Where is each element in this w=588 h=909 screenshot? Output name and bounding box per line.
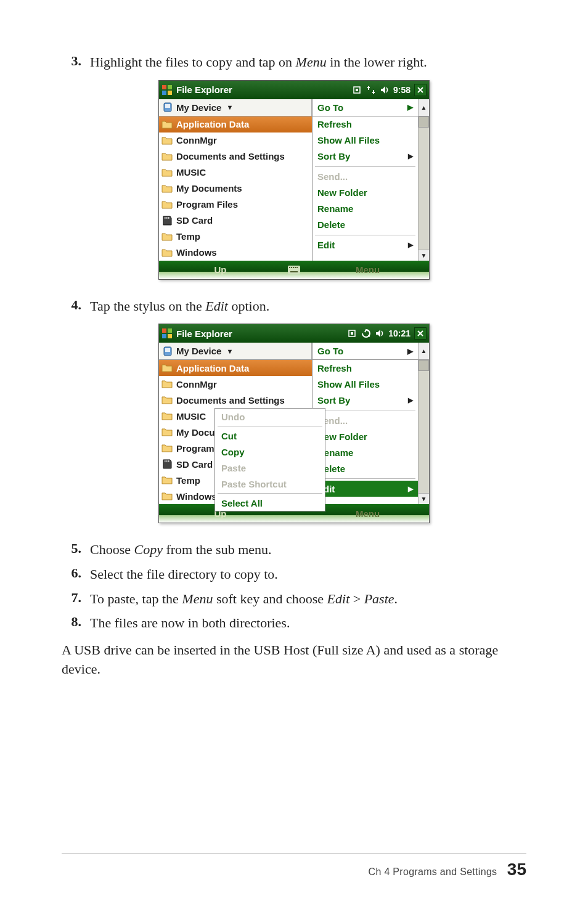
sip-button[interactable] [282, 261, 306, 279]
file-item[interactable]: Windows [159, 245, 312, 261]
menu-item-sortby[interactable]: Sort By▶ [312, 392, 418, 408]
menu-item-edit[interactable]: Edit▶ [312, 237, 418, 253]
footer-page-number: 35 [507, 860, 526, 879]
menu-item-rename[interactable]: Rename [312, 444, 418, 460]
svg-rect-28 [166, 460, 168, 462]
location-dropdown[interactable]: My Device ▼ [159, 99, 312, 116]
volume-icon[interactable] [375, 328, 385, 338]
softkey-label: Menu [356, 508, 380, 519]
file-item-selected[interactable]: Application Data [159, 360, 312, 376]
scroll-thumb[interactable] [419, 116, 429, 128]
chevron-down-icon: ▼ [226, 104, 233, 111]
file-label: ConnMgr [176, 379, 217, 389]
file-item[interactable]: My Documents [159, 181, 312, 197]
menu-item-refresh[interactable]: Refresh [312, 360, 418, 376]
menu-item-newfolder[interactable]: New Folder [312, 428, 418, 444]
folder-icon [161, 136, 173, 145]
file-label: Application Data [176, 119, 249, 129]
clock[interactable]: 10:21 [388, 328, 410, 338]
scroll-up-button[interactable]: ▲ [418, 343, 429, 359]
page-footer: Ch 4 Programs and Settings 35 [62, 853, 526, 879]
file-item[interactable]: SD Card [159, 213, 312, 229]
sdcard-icon [161, 459, 173, 469]
submenu-label: Paste Shortcut [221, 479, 287, 489]
system-tray: x 10:21 [348, 328, 410, 338]
softkey-label: Menu [356, 264, 380, 275]
body-paragraph: A USB drive can be inserted in the USB H… [62, 641, 526, 679]
submenu-label: Paste [221, 463, 246, 473]
clock[interactable]: 9:58 [393, 85, 410, 95]
scroll-track[interactable] [419, 371, 429, 493]
step-number: 7. [62, 590, 90, 608]
file-item[interactable]: Program Files [159, 197, 312, 213]
file-label: Program Files [176, 199, 238, 210]
connectivity-icon[interactable] [353, 85, 362, 95]
menu-item-showall[interactable]: Show All Files [312, 376, 418, 392]
menu-item-newfolder[interactable]: New Folder [312, 185, 418, 201]
connectivity-icon[interactable] [348, 328, 357, 338]
file-label: Documents and Settings [176, 395, 285, 406]
text: . [394, 591, 398, 606]
menu-item-goto[interactable]: Go To ▶ [312, 99, 418, 116]
file-label: Temp [176, 475, 200, 486]
folder-icon [161, 411, 173, 421]
submenu-item-cut[interactable]: Cut [215, 428, 325, 444]
submenu-label: Cut [221, 431, 237, 441]
menu-label: New Folder [317, 187, 367, 198]
start-flag-icon[interactable] [161, 84, 173, 96]
menu-item-edit[interactable]: Edit▶ [312, 481, 418, 497]
title-text: File Explorer [176, 328, 348, 339]
footer-chapter: Ch 4 Programs and Settings [369, 866, 497, 877]
scroll-down-button[interactable]: ▼ [419, 250, 429, 261]
menu-item-refresh[interactable]: Refresh [312, 116, 418, 132]
step-text: To paste, tap the Menu soft key and choo… [90, 590, 526, 608]
step-number: 4. [62, 297, 90, 316]
scroll-thumb[interactable] [419, 360, 429, 371]
menu-item-sortby[interactable]: Sort By▶ [312, 149, 418, 165]
scrollbar[interactable]: ▼ [418, 116, 429, 261]
network-icon[interactable] [366, 85, 376, 95]
menu-item-goto[interactable]: Go To ▶ [312, 343, 418, 359]
submenu-item-copy[interactable]: Copy [215, 444, 325, 460]
file-item[interactable]: Temp [159, 229, 312, 245]
scroll-up-button[interactable]: ▲ [418, 99, 429, 116]
menu-label: Rename [317, 203, 353, 214]
file-label: ConnMgr [176, 135, 217, 145]
submenu-item-undo: Undo [215, 409, 325, 425]
file-item[interactable]: Documents and Settings [159, 392, 312, 408]
menu-label: Send... [317, 171, 348, 182]
file-item[interactable]: MUSIC [159, 165, 312, 181]
softkey-menu[interactable]: Menu [306, 261, 429, 279]
close-button[interactable] [414, 327, 427, 340]
text-em: Menu [182, 591, 213, 606]
menu-separator [218, 426, 322, 426]
file-label: MUSIC [176, 167, 206, 177]
sync-icon[interactable]: x [361, 328, 371, 338]
file-label: Temp [176, 231, 200, 242]
submenu-item-selectall[interactable]: Select All [215, 495, 325, 511]
start-flag-icon[interactable] [161, 328, 173, 339]
softkey-up[interactable]: Up [159, 261, 282, 279]
volume-icon[interactable] [380, 85, 390, 95]
file-item[interactable]: ConnMgr [159, 132, 312, 149]
scrollbar[interactable]: ▼ [418, 360, 429, 504]
svg-rect-26 [165, 348, 170, 352]
file-item[interactable]: ConnMgr [159, 376, 312, 392]
close-button[interactable] [414, 84, 427, 96]
menu-item-delete[interactable]: Delete [312, 460, 418, 476]
svg-rect-18 [162, 328, 166, 333]
menu-item-showall[interactable]: Show All Files [312, 132, 418, 149]
chevron-right-icon: ▶ [408, 152, 413, 160]
menu-item-delete[interactable]: Delete [312, 217, 418, 233]
file-item-selected[interactable]: Application Data [159, 116, 312, 132]
location-dropdown[interactable]: My Device ▼ [159, 343, 312, 359]
svg-rect-13 [291, 267, 292, 268]
text: > [349, 591, 364, 606]
title-text: File Explorer [176, 84, 353, 95]
scroll-track[interactable] [419, 128, 429, 250]
step-8: 8. The files are now in both directories… [62, 614, 526, 632]
scroll-down-button[interactable]: ▼ [419, 493, 429, 504]
menu-item-rename[interactable]: Rename [312, 201, 418, 217]
file-item[interactable]: Documents and Settings [159, 149, 312, 165]
screenshot-1: File Explorer 9:58 My Device ▼ [62, 80, 526, 280]
